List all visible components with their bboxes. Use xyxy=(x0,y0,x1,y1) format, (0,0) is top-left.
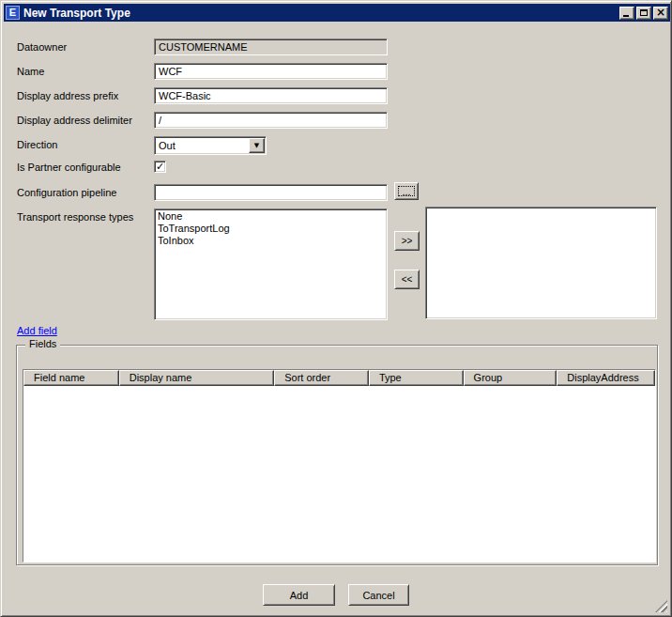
app-icon: E xyxy=(6,6,20,20)
close-button[interactable]: × xyxy=(653,7,668,20)
column-header-sort-order[interactable]: Sort order xyxy=(274,370,369,386)
name-label: Name xyxy=(17,66,44,77)
move-right-label: >> xyxy=(402,236,413,246)
minimize-button[interactable] xyxy=(619,7,634,20)
transport-response-types-label: Transport response types xyxy=(17,211,133,223)
checkmark-icon: ✓ xyxy=(156,162,164,172)
column-header-field-name[interactable]: Field name xyxy=(23,370,119,386)
display-address-delimiter-field[interactable] xyxy=(154,112,388,129)
chevron-down-icon: ▼ xyxy=(254,143,259,149)
fields-table-body[interactable] xyxy=(23,386,655,562)
configuration-pipeline-field[interactable] xyxy=(154,184,388,201)
name-field[interactable] xyxy=(154,63,388,80)
add-field-link[interactable]: Add field xyxy=(17,325,57,336)
list-item[interactable]: ToTransportLog xyxy=(155,223,387,235)
fields-groupbox-title: Fields xyxy=(25,338,60,349)
column-header-display-address[interactable]: DisplayAddress xyxy=(557,370,655,386)
list-item[interactable]: None xyxy=(155,210,387,223)
column-header-display-name[interactable]: Display name xyxy=(119,370,274,386)
direction-label: Direction xyxy=(17,139,57,150)
display-address-prefix-field[interactable] xyxy=(154,87,388,104)
move-left-label: << xyxy=(402,274,413,285)
transport-response-types-available-listbox[interactable]: None ToTransportLog ToInbox xyxy=(154,208,388,320)
cancel-button-label: Cancel xyxy=(362,590,394,601)
resize-grip-icon[interactable] xyxy=(655,600,667,612)
dataowner-field xyxy=(154,39,388,55)
maximize-icon xyxy=(640,9,648,16)
focus-rectangle xyxy=(398,186,415,196)
fields-groupbox: Fields Field name Display name Sort orde… xyxy=(16,345,658,565)
move-right-button[interactable]: >> xyxy=(394,231,420,251)
configuration-pipeline-label: Configuration pipeline xyxy=(17,187,116,198)
column-header-type[interactable]: Type xyxy=(369,370,464,386)
browse-pipeline-button[interactable]: ... xyxy=(394,182,419,200)
is-partner-configurable-label: Is Partner configurable xyxy=(17,162,121,173)
direction-dropdown[interactable]: Out ▼ xyxy=(154,136,267,155)
dataowner-label: Dataowner xyxy=(17,41,67,53)
column-header-group[interactable]: Group xyxy=(464,370,557,386)
display-address-delimiter-label: Display address delimiter xyxy=(17,115,132,126)
list-item[interactable]: ToInbox xyxy=(155,235,387,247)
display-address-prefix-label: Display address prefix xyxy=(17,90,118,101)
add-button[interactable]: Add xyxy=(263,584,335,606)
move-left-button[interactable]: << xyxy=(394,270,420,289)
new-transport-type-dialog: E New Transport Type × Dataowner Name Di… xyxy=(0,0,672,617)
minimize-icon xyxy=(623,15,629,17)
title-bar[interactable]: E New Transport Type × xyxy=(4,4,670,22)
cancel-button[interactable]: Cancel xyxy=(348,584,409,606)
is-partner-configurable-checkbox[interactable]: ✓ xyxy=(154,161,166,173)
maximize-button[interactable] xyxy=(636,7,651,20)
fields-table[interactable]: Field name Display name Sort order Type … xyxy=(23,369,656,563)
window-title: New Transport Type xyxy=(23,7,619,20)
direction-selected-value: Out xyxy=(159,140,176,151)
transport-response-types-selected-listbox[interactable] xyxy=(425,207,657,319)
fields-table-header: Field name Display name Sort order Type … xyxy=(23,370,655,386)
direction-dropdown-button[interactable]: ▼ xyxy=(249,138,265,153)
close-icon: × xyxy=(656,8,665,17)
add-button-label: Add xyxy=(290,590,309,601)
